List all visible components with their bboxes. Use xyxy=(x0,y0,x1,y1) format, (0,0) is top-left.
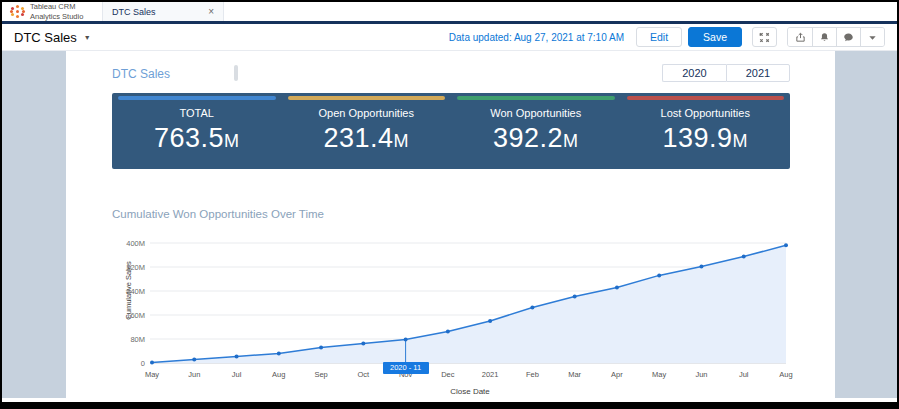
share-icon xyxy=(795,32,806,43)
page-background: DTC Sales 2020 2021 TOTAL 763.5M Open Op… xyxy=(2,51,897,398)
toolbar-icon-group xyxy=(787,27,885,47)
kpi-band: TOTAL 763.5M Open Opportunities 231.4M W… xyxy=(112,93,790,169)
app-brand: Tableau CRM Analytics Studio xyxy=(2,2,102,21)
data-updated-text: Data updated: Aug 27, 2021 at 7:10 AM xyxy=(449,32,624,43)
x-tick-label: Jul xyxy=(219,370,255,379)
more-actions-button[interactable] xyxy=(860,28,884,46)
cumulative-won-chart[interactable]: Cumulative Sales 080M160M240M320M400M Ma… xyxy=(112,231,790,393)
kpi-accent-bar xyxy=(288,96,446,100)
kpi-number: 231.4 xyxy=(323,123,393,153)
tab-dtc-sales[interactable]: DTC Sales × xyxy=(102,2,224,21)
chat-bubble-icon xyxy=(843,32,854,43)
save-button[interactable]: Save xyxy=(688,27,742,47)
year-button-2021[interactable]: 2021 xyxy=(726,64,790,82)
chat-button[interactable] xyxy=(836,28,860,46)
kpi-value: 231.4M xyxy=(282,123,452,154)
kpi-value: 392.2M xyxy=(451,123,621,154)
x-tick-label: May xyxy=(134,370,170,379)
notifications-button[interactable] xyxy=(812,28,836,46)
kpi-won-opportunities[interactable]: Won Opportunities 392.2M xyxy=(451,93,621,169)
bell-icon xyxy=(819,32,830,43)
header-tab-strip: Tableau CRM Analytics Studio DTC Sales × xyxy=(2,2,897,24)
x-tick-label: Jun xyxy=(683,370,719,379)
analytics-studio-logo-icon xyxy=(10,4,25,19)
app-window: Tableau CRM Analytics Studio DTC Sales ×… xyxy=(2,2,897,402)
dashboard-toolbar: DTC Sales ▼ Data updated: Aug 27, 2021 a… xyxy=(2,24,897,51)
year-button-2020[interactable]: 2020 xyxy=(662,64,726,82)
year-filter-toggle: 2020 2021 xyxy=(662,64,790,82)
kpi-value: 139.9M xyxy=(621,123,791,154)
kpi-label: Won Opportunities xyxy=(451,107,621,119)
kpi-number: 139.9 xyxy=(662,123,732,153)
x-tick-label: Dec xyxy=(430,370,466,379)
y-tick-label: 0 xyxy=(112,359,145,368)
app-title-line2: Analytics Studio xyxy=(30,12,83,21)
kpi-label: Open Opportunities xyxy=(282,107,452,119)
app-title-line1: Tableau CRM xyxy=(30,2,75,11)
x-tick-label: Sep xyxy=(303,370,339,379)
x-axis-label: Close Date xyxy=(150,387,790,396)
x-tick-label: Aug xyxy=(261,370,297,379)
kpi-suffix: M xyxy=(563,131,579,151)
share-button[interactable] xyxy=(788,28,812,46)
kpi-accent-bar xyxy=(457,96,615,100)
x-tick-label: Apr xyxy=(599,370,635,379)
x-tick-label: 2021 xyxy=(472,370,508,379)
kpi-suffix: M xyxy=(394,131,410,151)
kpi-suffix: M xyxy=(224,131,240,151)
x-tick-label: Jun xyxy=(176,370,212,379)
kpi-label: TOTAL xyxy=(112,107,282,119)
kpi-value: 763.5M xyxy=(112,123,282,154)
kpi-accent-bar xyxy=(118,96,276,100)
y-tick-label: 320M xyxy=(112,263,145,272)
x-tick-label: Feb xyxy=(514,370,550,379)
tab-label: DTC Sales xyxy=(112,7,156,17)
tab-close-icon[interactable]: × xyxy=(208,7,214,17)
chart-tooltip: 2020 - 11 xyxy=(383,362,429,374)
kpi-number: 392.2 xyxy=(493,123,563,153)
app-title: Tableau CRM Analytics Studio xyxy=(30,2,83,21)
kpi-total[interactable]: TOTAL 763.5M xyxy=(112,93,282,169)
y-tick-label: 160M xyxy=(112,311,145,320)
kpi-accent-bar xyxy=(627,96,785,100)
kpi-number: 763.5 xyxy=(154,123,224,153)
x-tick-label: Oct xyxy=(345,370,381,379)
kpi-open-opportunities[interactable]: Open Opportunities 231.4M xyxy=(282,93,452,169)
title-divider xyxy=(234,65,238,81)
x-tick-label: Mar xyxy=(557,370,593,379)
dashboard-heading: DTC Sales xyxy=(112,67,170,81)
y-tick-label: 240M xyxy=(112,287,145,296)
fullscreen-button[interactable] xyxy=(752,27,777,47)
edit-button[interactable]: Edit xyxy=(636,27,682,47)
chevron-down-icon[interactable]: ▼ xyxy=(84,34,91,41)
expand-icon xyxy=(759,32,770,43)
chevron-down-icon xyxy=(868,33,877,42)
dashboard-title-dropdown[interactable]: DTC Sales xyxy=(14,30,77,45)
x-tick-label: Aug xyxy=(768,370,804,379)
x-tick-label: Jul xyxy=(726,370,762,379)
kpi-suffix: M xyxy=(733,131,749,151)
kpi-lost-opportunities[interactable]: Lost Opportunities 139.9M xyxy=(621,93,791,169)
x-tick-label: May xyxy=(641,370,677,379)
y-tick-label: 80M xyxy=(112,335,145,344)
dashboard-canvas: DTC Sales 2020 2021 TOTAL 763.5M Open Op… xyxy=(66,51,835,398)
kpi-label: Lost Opportunities xyxy=(621,107,791,119)
chart-plot[interactable] xyxy=(150,240,790,366)
y-tick-label: 400M xyxy=(112,239,145,248)
chart-title: Cumulative Won Opportunities Over Time xyxy=(112,208,324,220)
